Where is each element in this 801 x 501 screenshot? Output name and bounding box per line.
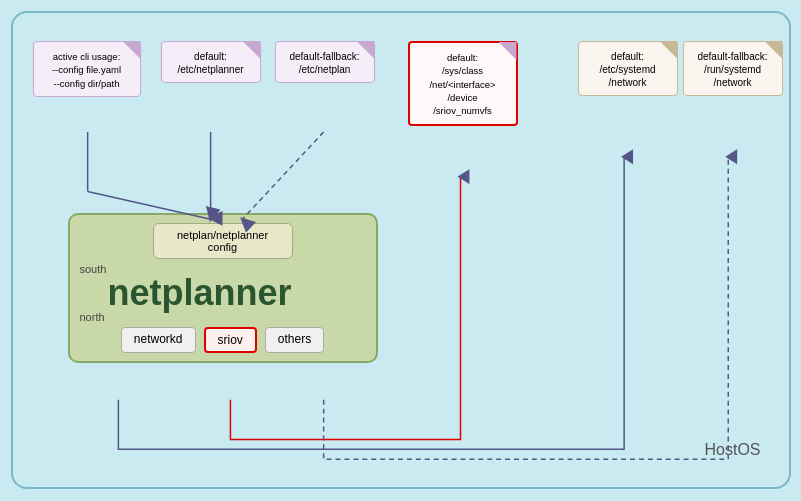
card-default-fallback-run-systemd: default-fallback: /run/systemd /network [683, 41, 783, 96]
svg-line-6 [242, 132, 323, 219]
netplan-config-label: netplan/netplanner config [153, 223, 293, 259]
hostos-label: HostOS [704, 441, 760, 459]
card-default-systemd-network: default: /etc/systemd /network [578, 41, 678, 96]
card5-text: default: /etc/systemd /network [599, 51, 655, 88]
others-backend[interactable]: others [265, 327, 324, 353]
netplanner-box: netplan/netplanner config south netplann… [68, 213, 378, 363]
card-default-netplanner: default: /etc/netplanner [161, 41, 261, 83]
card-default-fallback-netplan: default-fallback: /etc/netplan [275, 41, 375, 83]
backends-row: networkd sriov others [78, 327, 368, 353]
card4-text: default: /sys/class /net/<interface> /de… [429, 52, 495, 116]
card6-text: default-fallback: /run/systemd /network [697, 51, 767, 88]
sriov-backend[interactable]: sriov [204, 327, 257, 353]
card1-text: active cli usage: --config file.yaml --c… [52, 51, 121, 89]
card3-text: default-fallback: /etc/netplan [289, 51, 359, 75]
main-diagram: active cli usage: --config file.yaml --c… [11, 11, 791, 489]
card-sriov-numvfs: default: /sys/class /net/<interface> /de… [408, 41, 518, 126]
card-active-cli: active cli usage: --config file.yaml --c… [33, 41, 141, 97]
card2-text: default: /etc/netplanner [177, 51, 243, 75]
netplanner-name: netplanner [108, 275, 368, 311]
networkd-backend[interactable]: networkd [121, 327, 196, 353]
